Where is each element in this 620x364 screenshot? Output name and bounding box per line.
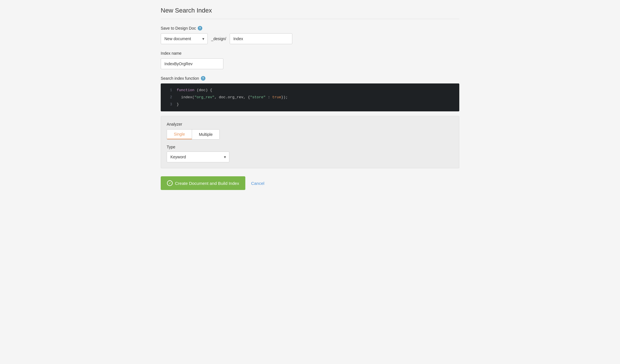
help-icon-design-doc[interactable]: ? [198, 26, 202, 30]
create-button-label: Create Document and Build Index [175, 181, 239, 186]
index-name-section: Index name [161, 51, 459, 69]
page-container: New Search Index Save to Design Doc ? Ne… [155, 0, 465, 364]
design-doc-select[interactable]: New document Existing document [161, 33, 208, 44]
analyzer-section: Analyzer Single Multiple Type Keyword St… [161, 116, 459, 168]
line-number-1: 1 [165, 88, 172, 93]
code-editor[interactable]: 1 function (doc) { 2 index("org_rev", do… [161, 83, 459, 111]
code-string-org-rev: "org_rev" [194, 95, 214, 99]
keyword-function: function [177, 88, 194, 92]
design-doc-select-wrapper: New document Existing document [161, 33, 208, 44]
code-line-3: 3 } [161, 101, 459, 108]
tab-multiple[interactable]: Multiple [192, 130, 219, 139]
design-prefix: _design/ [211, 36, 226, 41]
design-doc-row: New document Existing document _design/ [161, 33, 459, 44]
index-name-label: Index name [161, 51, 459, 56]
tab-single[interactable]: Single [167, 130, 192, 139]
analyzer-label: Analyzer [167, 122, 453, 126]
code-line-1: 1 function (doc) { [161, 87, 459, 94]
code-string-store: "store" [250, 95, 266, 99]
code-plain-1: (doc) { [197, 88, 212, 92]
save-to-design-doc-label: Save to Design Doc ? [161, 26, 459, 30]
search-index-function-section: Search index function ? 1 function (doc)… [161, 76, 459, 111]
line-number-3: 3 [165, 102, 172, 107]
cancel-button[interactable]: Cancel [251, 180, 264, 187]
search-index-function-label: Search index function ? [161, 76, 459, 81]
type-select[interactable]: Keyword Standard Simple Whitespace Class… [167, 152, 229, 162]
create-document-build-index-button[interactable]: ✓ Create Document and Build Index [161, 176, 245, 190]
analyzer-tab-group: Single Multiple [167, 129, 220, 140]
code-plain-2c: : [266, 95, 272, 99]
code-plain-3: } [177, 102, 179, 107]
line-number-2: 2 [165, 95, 172, 100]
help-icon-function[interactable]: ? [201, 76, 205, 81]
code-plain-2a: index( [177, 95, 194, 99]
code-line-2: 2 index("org_rev", doc.org_rev, {"store"… [161, 94, 459, 101]
type-section: Type Keyword Standard Simple Whitespace … [167, 145, 453, 162]
type-label: Type [167, 145, 453, 149]
code-content-2: index("org_rev", doc.org_rev, {"store" :… [177, 95, 288, 101]
code-content-1: function (doc) { [177, 87, 212, 93]
index-name-input[interactable] [161, 58, 223, 69]
page-title: New Search Index [161, 7, 459, 19]
save-to-design-doc-section: Save to Design Doc ? New document Existi… [161, 26, 459, 44]
footer-actions: ✓ Create Document and Build Index Cancel [161, 176, 459, 190]
code-plain-2d: }); [281, 95, 288, 99]
type-select-wrapper: Keyword Standard Simple Whitespace Class… [167, 152, 229, 162]
code-content-3: } [177, 102, 179, 108]
code-value-true: true [272, 95, 281, 99]
design-index-input[interactable] [230, 33, 292, 44]
check-circle-icon: ✓ [167, 180, 173, 186]
code-plain-2b: , doc.org_rev, { [215, 95, 250, 99]
